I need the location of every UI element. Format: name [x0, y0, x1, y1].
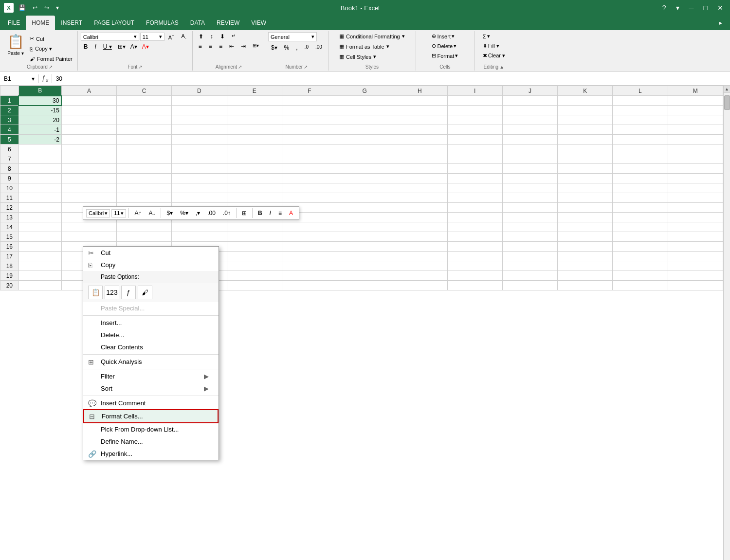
cell-g4[interactable] [337, 125, 392, 135]
cell-k3[interactable] [558, 115, 613, 125]
cell-f5[interactable] [282, 135, 337, 145]
context-menu-pick-dropdown[interactable]: Pick From Drop-down List... [83, 423, 219, 435]
formula-input[interactable] [52, 74, 730, 83]
col-header-c[interactable]: C [117, 86, 172, 96]
cell-a4[interactable] [61, 125, 116, 135]
row-num-4[interactable]: 4 [0, 125, 19, 135]
cell-e5[interactable] [227, 135, 282, 145]
cell-k1[interactable] [558, 96, 613, 106]
cell-g1[interactable] [337, 96, 392, 106]
mini-align-button[interactable]: ≡ [275, 208, 285, 218]
cell-j2[interactable] [502, 106, 557, 115]
row-num-18[interactable]: 18 [0, 261, 19, 271]
paste-option-formatting-button[interactable]: 🖌 [138, 286, 152, 299]
increase-indent-button[interactable]: ⇥ [238, 42, 249, 51]
tab-insert[interactable]: INSERT [55, 16, 88, 30]
cell-j4[interactable] [502, 125, 557, 135]
row-num-8[interactable]: 8 [0, 164, 19, 174]
clear-button[interactable]: ✖ Clear ▾ [480, 52, 508, 60]
cell-a5[interactable] [61, 135, 116, 145]
fill-color-icon[interactable]: A▾ [128, 43, 139, 51]
mini-highlight-button[interactable]: A [286, 208, 296, 218]
context-menu-format-cells[interactable]: ⊟ Format Cells... [83, 409, 219, 423]
col-header-e[interactable]: E [227, 86, 282, 96]
context-menu-cut[interactable]: ✂ Cut [83, 247, 219, 259]
cell-b8[interactable] [18, 164, 61, 174]
cell-f1[interactable] [282, 96, 337, 106]
underline-button[interactable]: U ▾ [100, 42, 115, 51]
mini-percent-button[interactable]: %▾ [177, 208, 191, 218]
cell-j1[interactable] [502, 96, 557, 106]
cell-d4[interactable] [172, 125, 227, 135]
row-num-19[interactable]: 19 [0, 271, 19, 281]
row-num-15[interactable]: 15 [0, 232, 19, 242]
merge-button[interactable]: ⊞▾ [250, 42, 262, 51]
copy-button[interactable]: ⎘Copy ▾ [28, 44, 74, 54]
scroll-track[interactable] [724, 93, 730, 560]
cell-m4[interactable] [668, 125, 723, 135]
cell-d3[interactable] [172, 115, 227, 125]
context-menu-clear-contents[interactable]: Clear Contents [83, 341, 219, 353]
scroll-up-arrow[interactable]: ▲ [724, 86, 730, 93]
cell-h3[interactable] [392, 115, 447, 125]
cell-m1[interactable] [668, 96, 723, 106]
mini-inc-decimal-button[interactable]: .0↑ [220, 208, 234, 218]
vertical-scrollbar[interactable]: ▲ ▼ [723, 86, 730, 560]
col-header-k[interactable]: K [558, 86, 613, 96]
font-name-dropdown[interactable]: Calibri ▾ [81, 33, 139, 41]
mini-comma-button[interactable]: ,▾ [193, 208, 203, 218]
formula-bar-fn-icon[interactable]: ƒx [42, 74, 49, 83]
format-cells-ribbon-button[interactable]: ⊟ Format ▾ [429, 52, 461, 60]
paste-option-default-button[interactable]: 📋 [88, 286, 103, 299]
cell-b4[interactable]: -1 [18, 125, 61, 135]
cell-b7[interactable] [18, 154, 61, 164]
cell-i1[interactable] [447, 96, 502, 106]
cell-e2[interactable] [227, 106, 282, 115]
delete-cells-button[interactable]: ⊖ Delete ▾ [429, 42, 461, 50]
row-num-9[interactable]: 9 [0, 174, 19, 183]
tab-formulas[interactable]: FORMULAS [140, 16, 184, 30]
cell-d1[interactable] [172, 96, 227, 106]
col-header-h[interactable]: H [392, 86, 447, 96]
mini-bold-button[interactable]: B [255, 208, 265, 218]
decrease-decimal-button[interactable]: .0 [302, 43, 311, 52]
cell-l1[interactable] [613, 96, 668, 106]
align-bottom-button[interactable]: ⬇ [217, 32, 228, 41]
align-center-button[interactable]: ≡ [206, 42, 215, 51]
clipboard-expand-icon[interactable]: ↗ [49, 64, 53, 70]
context-menu-filter[interactable]: Filter ▶ [83, 370, 219, 382]
cell-m3[interactable] [668, 115, 723, 125]
insert-cells-button[interactable]: ⊕ Insert ▾ [429, 32, 461, 40]
undo-qat-btn[interactable]: ↩ [31, 3, 39, 12]
row-num-12[interactable]: 12 [0, 203, 19, 213]
mini-decrease-font-button[interactable]: A↓ [146, 208, 158, 218]
cell-i2[interactable] [447, 106, 502, 115]
col-header-g[interactable]: G [337, 86, 392, 96]
mini-currency-button[interactable]: $▾ [164, 208, 176, 218]
cell-k4[interactable] [558, 125, 613, 135]
col-header-m[interactable]: M [668, 86, 723, 96]
cell-a1[interactable] [61, 96, 116, 106]
cell-e3[interactable] [227, 115, 282, 125]
italic-button[interactable]: I [91, 42, 99, 51]
cell-i4[interactable] [447, 125, 502, 135]
number-format-dropdown[interactable]: General ▾ [268, 32, 317, 41]
mini-table-icon[interactable]: ⊞ [239, 208, 250, 218]
cell-i5[interactable] [447, 135, 502, 145]
row-num-14[interactable]: 14 [0, 222, 19, 232]
tab-page-layout[interactable]: PAGE LAYOUT [88, 16, 140, 30]
cell-l4[interactable] [613, 125, 668, 135]
cell-b5[interactable]: -2 [18, 135, 61, 145]
row-num-20[interactable]: 20 [0, 281, 19, 290]
cell-b2[interactable]: -15 [18, 106, 61, 115]
context-menu-hyperlink[interactable]: 🔗 Hyperlink... [83, 448, 219, 460]
cell-a2[interactable] [61, 106, 116, 115]
paste-option-values-button[interactable]: 123 [105, 286, 119, 299]
cell-f2[interactable] [282, 106, 337, 115]
align-top-button[interactable]: ⬆ [196, 32, 206, 41]
paste-button[interactable]: 📋 Paste ▾ [5, 32, 26, 57]
cell-h4[interactable] [392, 125, 447, 135]
cell-styles-button[interactable]: ▦ Cell Styles ▾ [335, 53, 409, 61]
mini-increase-font-button[interactable]: A↑ [131, 208, 144, 218]
increase-decimal-button[interactable]: .00 [312, 43, 325, 52]
